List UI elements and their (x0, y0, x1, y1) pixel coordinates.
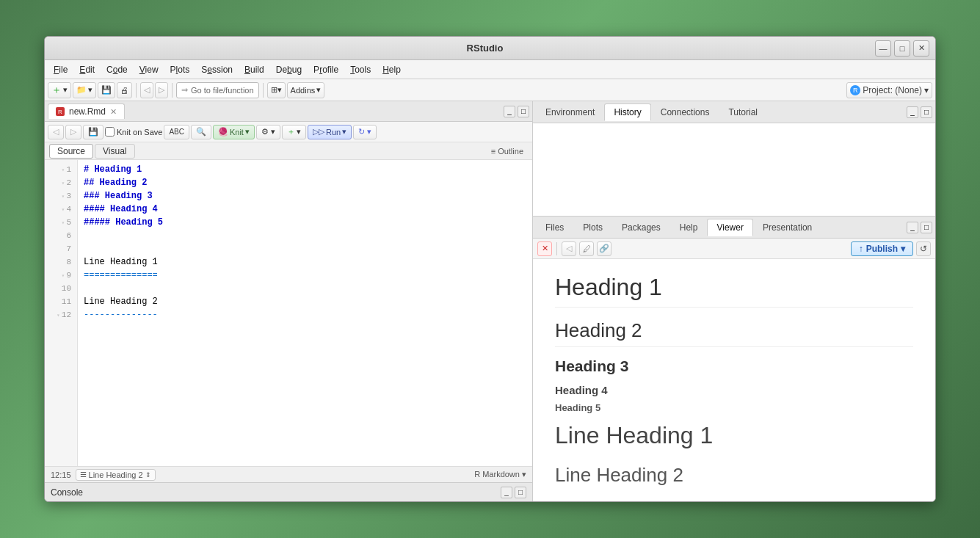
menu-plots[interactable]: Plots (164, 63, 196, 76)
share-viewer-button[interactable]: 🔗 (597, 241, 611, 256)
line-num-1: ▾1 (45, 163, 77, 176)
save-button[interactable]: 💾 (98, 82, 115, 98)
viewer-toolbar: ✕ ◁ 🖊 🔗 ↑ Publish ▾ ↺ (533, 239, 935, 259)
env-panel-content (533, 123, 935, 216)
go-to-file-input[interactable]: ⇒ Go to file/function (176, 82, 259, 98)
menu-tools[interactable]: Tools (344, 63, 377, 76)
menu-profile[interactable]: Profile (308, 63, 344, 76)
code-line-1: # Heading 1 (84, 163, 526, 176)
tab-presentation[interactable]: Presentation (753, 219, 821, 236)
menu-edit[interactable]: Edit (73, 63, 101, 76)
add-chunk-button[interactable]: ＋▾ (282, 125, 306, 139)
code-line-2: ## Heading 2 (84, 176, 526, 189)
section-tag[interactable]: ☰ Line Heading 2 ⇕ (76, 469, 156, 481)
menu-session[interactable]: Session (195, 63, 239, 76)
code-lines[interactable]: # Heading 1 ## Heading 2 ### Heading 3 #… (78, 160, 532, 466)
rmd-file-icon: R (56, 107, 65, 116)
go-to-file-label: Go to file/function (191, 86, 254, 95)
outline-button[interactable]: ≡ Outline (487, 147, 528, 156)
new-file-button[interactable]: ＋▾ (48, 82, 71, 98)
search-button[interactable]: 🔍 (191, 125, 211, 139)
forward-button[interactable]: ▷ (155, 82, 168, 98)
re-run-button[interactable]: ↻ ▾ (353, 125, 377, 139)
minimize-env-button[interactable]: _ (907, 106, 918, 118)
menu-build[interactable]: Build (239, 63, 270, 76)
minimize-console-button[interactable]: _ (501, 487, 512, 498)
knit-label: Knit (230, 128, 244, 137)
run-button[interactable]: ▷▷ Run ▾ (308, 125, 352, 139)
tab-visual[interactable]: Visual (95, 144, 134, 159)
workspace-button[interactable]: ⊞▾ (267, 82, 286, 98)
publish-button[interactable]: ↑ Publish ▾ (851, 241, 913, 256)
project-label-text: Project: (None) (863, 85, 922, 95)
editor-tab-new-rmd[interactable]: R new.Rmd ✕ (48, 103, 125, 119)
maximize-files-button[interactable]: □ (921, 222, 932, 233)
save-all-button[interactable]: 🖨 (117, 82, 132, 98)
spell-check-button[interactable]: ABC (164, 125, 189, 139)
open-icon: 📁 (76, 85, 87, 95)
project-button[interactable]: R Project: (None) ▾ (846, 82, 932, 98)
code-line-5: ##### Heading 5 (84, 216, 526, 229)
minimize-files-button[interactable]: _ (907, 222, 918, 233)
menu-debug[interactable]: Debug (270, 63, 308, 76)
tab-environment[interactable]: Environment (536, 103, 604, 121)
refresh-viewer-button[interactable]: ↺ (916, 241, 931, 256)
tab-source[interactable]: Source (49, 144, 93, 159)
code-line-9: ============== (84, 269, 526, 282)
code-line-3: ### Heading 3 (84, 189, 526, 203)
save-editor-button[interactable]: 💾 (83, 125, 104, 139)
forward-editor-button[interactable]: ▷ (65, 125, 81, 139)
line-num-2: ▾2 (45, 176, 77, 189)
menu-bar: File Edit Code View Plots Session Build … (45, 60, 935, 79)
section-icon: ☰ (80, 470, 87, 479)
forward-viewer-button[interactable]: 🖊 (579, 241, 594, 256)
tab-viewer[interactable]: Viewer (707, 219, 752, 236)
title-bar: RStudio — □ ✕ (45, 37, 935, 60)
env-panel-tabs: Environment History Connections Tutorial… (533, 101, 935, 123)
knit-on-save-label: Knit on Save (105, 127, 162, 137)
clear-viewer-button[interactable]: ✕ (537, 241, 552, 256)
tab-files[interactable]: Files (536, 219, 573, 236)
maximize-env-button[interactable]: □ (921, 106, 932, 118)
window-title: RStudio (95, 43, 875, 54)
files-panel-controls: _ □ (907, 222, 932, 233)
file-mode: R Markdown (474, 470, 520, 479)
tab-connections[interactable]: Connections (651, 103, 719, 121)
tab-tutorial[interactable]: Tutorial (719, 103, 767, 121)
tab-help[interactable]: Help (670, 219, 708, 236)
minimize-editor-button[interactable]: _ (504, 106, 515, 117)
open-file-button[interactable]: 📁▾ (73, 82, 96, 98)
menu-code[interactable]: Code (101, 63, 134, 76)
preview-heading-3: Heading 3 (555, 357, 913, 375)
addins-button[interactable]: Addins ▾ (287, 82, 325, 98)
back-viewer-button[interactable]: ◁ (562, 241, 576, 256)
code-line-8: Line Heading 1 (84, 255, 526, 269)
maximize-console-button[interactable]: □ (515, 487, 526, 498)
outline-icon: ≡ (491, 147, 496, 156)
line-num-12: ▾12 (45, 308, 77, 321)
knit-button[interactable]: 🧶 Knit ▾ (213, 125, 255, 139)
line-num-9: ▾9 (45, 269, 77, 282)
maximize-button[interactable]: □ (894, 40, 910, 57)
maximize-editor-button[interactable]: □ (518, 106, 529, 117)
menu-file[interactable]: File (48, 63, 73, 76)
back-button[interactable]: ◁ (140, 82, 153, 98)
close-button[interactable]: ✕ (913, 40, 929, 57)
tab-close-button[interactable]: ✕ (110, 107, 117, 117)
tab-packages[interactable]: Packages (612, 219, 670, 236)
publish-icon: ↑ (859, 244, 863, 254)
tab-plots[interactable]: Plots (573, 219, 612, 236)
line-num-11: 11 (45, 295, 77, 308)
knit-icon: 🧶 (218, 127, 228, 137)
menu-help[interactable]: Help (377, 63, 407, 76)
settings-button[interactable]: ⚙ ▾ (256, 125, 280, 139)
source-visual-bar: Source Visual ≡ Outline (45, 142, 532, 160)
back-editor-button[interactable]: ◁ (48, 125, 64, 139)
knit-on-save-checkbox[interactable] (105, 127, 115, 137)
menu-view[interactable]: View (134, 63, 164, 76)
line-num-3: ▾3 (45, 189, 77, 203)
minimize-button[interactable]: — (875, 40, 891, 57)
line-num-10: 10 (45, 282, 77, 295)
rstudio-window: RStudio — □ ✕ File Edit Code View Plots … (44, 36, 936, 502)
tab-history[interactable]: History (604, 103, 650, 121)
